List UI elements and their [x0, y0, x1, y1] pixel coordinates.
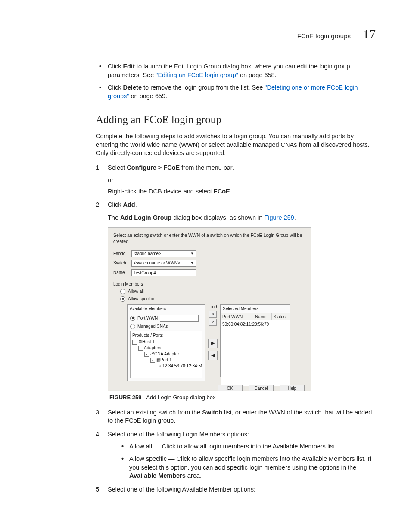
header-title: FCoE login groups	[297, 32, 351, 40]
chevron-down-icon: ▼	[190, 260, 194, 267]
managed-cnas-radio[interactable]: Managed CNAs	[130, 324, 202, 330]
fabric-combo[interactable]: <fabric name>▼	[131, 250, 196, 257]
fabric-row: Fabric <fabric name>▼	[113, 250, 305, 257]
selected-member-row[interactable]: 50:60:04:82:11:23:56:79	[222, 321, 288, 327]
switch-row: Switch <switch name or WWN>▼	[113, 260, 305, 267]
remove-member-button[interactable]: ◀	[208, 351, 218, 360]
step-4-allow-specific: Allow specific — Click to allow specific…	[120, 455, 376, 480]
allow-specific-radio[interactable]: Allow specific	[120, 296, 305, 302]
adapter-icon: ☍	[150, 351, 154, 357]
switch-combo[interactable]: <switch name or WWN>▼	[131, 260, 196, 267]
help-button[interactable]: Help	[280, 385, 305, 391]
page: FCoE login groups 17 Click Edit to launc…	[0, 0, 411, 532]
find-next-button[interactable]: >	[209, 319, 217, 326]
chapter-number: 17	[363, 27, 376, 41]
steps-list: 1. Select Configure > FCoE from the menu…	[96, 164, 376, 494]
link-edit-fcoe[interactable]: "Editing an FCoE login group"	[156, 72, 238, 78]
figure-caption: FIGURE 259 Add Login Group dialog box	[109, 394, 376, 401]
step-4-allow-all: Allow all — Click to allow all login mem…	[120, 442, 376, 451]
add-member-button[interactable]: ▶	[208, 339, 218, 348]
find-column: Find < > ▶ ◀	[208, 304, 218, 381]
intro-bullets: Click Edit to launch the Edit Login Grou…	[96, 62, 376, 100]
add-login-group-dialog: Select an existing switch or enter the W…	[108, 227, 311, 392]
section-heading: Adding an FCoE login group	[96, 112, 376, 127]
port-wwn-input[interactable]	[160, 315, 199, 322]
wwn-icon: ▫	[158, 363, 162, 369]
name-input[interactable]: TestGroup4	[131, 269, 196, 276]
products-tree[interactable]: Products / Ports -🖥Host 1 -Adapters -☍CN…	[130, 331, 202, 378]
step-5: 5. Select one of the following Available…	[96, 485, 376, 494]
intro-bullet-edit: Click Edit to launch the Edit Login Grou…	[96, 62, 376, 79]
dialog-instruction: Select an existing switch or enter the W…	[113, 232, 305, 244]
step-4: 4. Select one of the following Login Mem…	[96, 430, 376, 480]
allow-all-radio[interactable]: Allow all	[120, 289, 305, 295]
port-wwn-radio[interactable]: Port WWN	[130, 315, 202, 322]
available-members-panel: Available Members Port WWN Managed CNAs …	[127, 304, 206, 381]
step-3: 3. Select an existing switch from the Sw…	[96, 408, 376, 425]
cancel-button[interactable]: Cancel	[249, 385, 274, 391]
intro-bullet-delete: Click Delete to remove the login group f…	[96, 84, 376, 100]
find-prev-button[interactable]: <	[209, 311, 217, 318]
page-header: FCoE login groups 17	[35, 27, 376, 44]
name-row: Name TestGroup4	[113, 269, 305, 276]
host-icon: 🖥	[138, 339, 142, 345]
ok-button[interactable]: OK	[218, 385, 243, 391]
link-figure-259[interactable]: Figure 259	[264, 214, 294, 221]
login-members-group: Login Members Allow all Allow specific A…	[113, 281, 305, 382]
delete-label: Delete	[123, 84, 142, 91]
selected-members-body[interactable]: 50:60:04:82:11:23:56:79	[221, 320, 290, 386]
step-1: 1. Select Configure > FCoE from the menu…	[96, 164, 376, 196]
port-icon: ▦	[156, 357, 160, 363]
chevron-down-icon: ▼	[190, 250, 194, 257]
edit-label: Edit	[123, 63, 134, 70]
page-body: Click Edit to launch the Edit Login Grou…	[35, 62, 376, 494]
section-intro: Complete the following steps to add swit…	[96, 132, 376, 158]
step-2: 2. Click Add. The Add Login Group dialog…	[96, 201, 376, 401]
selected-members-panel: Selected Members Port WWN Name Status 50…	[220, 304, 290, 377]
selected-members-header: Port WWN Name Status	[221, 313, 290, 321]
